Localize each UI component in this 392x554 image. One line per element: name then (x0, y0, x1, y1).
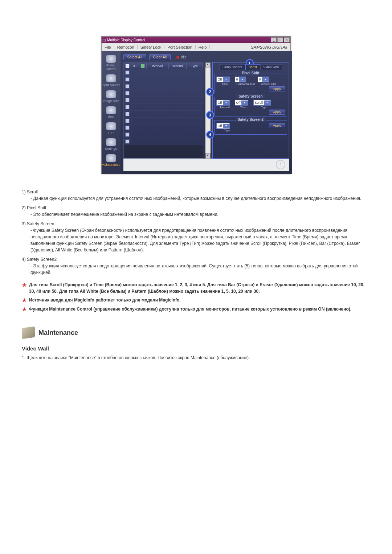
table-row[interactable] (124, 76, 203, 83)
col-second[interactable]: Second (169, 63, 187, 69)
table-row[interactable] (124, 69, 203, 76)
safety2-apply-button[interactable]: Apply (269, 123, 285, 128)
note-3-head: 3) Safety Screen (22, 221, 370, 227)
col-type[interactable]: Type (187, 63, 203, 69)
window-title: Multiple Display Control (107, 38, 145, 42)
scrollbar[interactable]: ▲ ▼ (205, 62, 211, 159)
col-interval[interactable]: Interval (147, 63, 169, 69)
star-2: Источник ввода для MagicInfo работает то… (29, 297, 181, 304)
col-id[interactable]: ID (131, 63, 139, 69)
menu-port-selection[interactable]: Port Selection (164, 45, 195, 49)
menu-bar: File Remocon Safety Lock Port Selection … (102, 43, 290, 51)
sidebar: Power Control Input Source Image Size Ti… (102, 51, 121, 174)
pixel-shift-title: Pixel Shift (240, 71, 261, 75)
safety-time-select[interactable]: Off▾ (235, 100, 249, 106)
sidebar-power-control[interactable]: Power Control (102, 55, 121, 71)
callout-4: 4 (206, 131, 214, 139)
pixel-time-select[interactable]: Off▾ (216, 77, 230, 82)
info-icon[interactable]: ! (276, 160, 285, 169)
right-panel: 1 Lamp Control Scroll Video Wall Pixel S… (213, 62, 289, 159)
note-3-body: - Функция Safety Screen (Экран безопасно… (30, 227, 370, 253)
table-row[interactable] (124, 138, 203, 145)
safety-screen-panel: Safety Screen Off▾Interval Off▾Time Scro… (215, 97, 287, 116)
sidebar-maintenance[interactable]: Maintenance (102, 154, 121, 167)
section-header: Maintenance (22, 327, 370, 338)
power-icon (106, 55, 116, 63)
pixel-shift-panel: Pixel Shift Off▾Time 0▾Horizontal Dot 0▾… (215, 74, 287, 93)
close-button[interactable]: × (284, 37, 290, 42)
menu-help[interactable]: Help (196, 45, 210, 49)
safety-interval-select[interactable]: Off▾ (216, 100, 230, 106)
safety-type-select[interactable]: Scroll▾ (253, 100, 271, 106)
pip-icon (106, 122, 116, 130)
table-row[interactable] (124, 90, 203, 97)
table-row[interactable] (124, 97, 203, 104)
star-1: Для типа Scroll (Прокрутка) и Time (Врем… (29, 282, 370, 295)
notes-list: 1) Scroll - Данная функция используется … (22, 189, 370, 276)
sub-title: Video Wall (22, 345, 370, 352)
star-icon: ★ (22, 282, 27, 295)
note-4-body: - Эта функция используется для предотвра… (30, 263, 370, 276)
image-size-icon (106, 90, 116, 98)
star-3: Функция Maintenance Control (управление … (29, 306, 351, 313)
step-1: 1. Щелкните на значке "Maintenance" в ст… (22, 355, 370, 360)
maximize-button[interactable]: □ (277, 37, 283, 42)
pixel-apply-button[interactable]: Apply (269, 86, 285, 91)
chevron-down-icon: ▾ (239, 77, 246, 82)
col-m[interactable] (139, 63, 147, 69)
safety-apply-button[interactable]: Apply (269, 110, 285, 115)
section-title: Maintenance (38, 329, 78, 337)
select-all-button[interactable]: Select All (123, 54, 146, 60)
scroll-down-icon[interactable]: ▼ (205, 153, 211, 159)
note-1-head: 1) Scroll (22, 189, 370, 195)
chevron-down-icon: ▾ (241, 100, 248, 105)
sidebar-pip[interactable]: PIP (102, 122, 121, 135)
note-1-body: - Данная функция используется для устран… (30, 195, 370, 202)
sidebar-input-source[interactable]: Input Source (102, 74, 121, 87)
app-window: ▢ Multiple Display Control _ □ × File Re… (101, 36, 291, 174)
callout-3: 3 (206, 111, 214, 119)
table-row[interactable] (124, 111, 203, 118)
table-row[interactable] (124, 124, 203, 131)
table-row[interactable] (124, 83, 203, 90)
sidebar-time[interactable]: Time (102, 106, 121, 119)
table-row[interactable] (124, 118, 203, 124)
chevron-down-icon: ▾ (223, 77, 229, 82)
table-row[interactable] (124, 104, 203, 111)
settings-icon (106, 138, 116, 146)
maintenance-section-icon (22, 327, 35, 339)
idle-status: Idle (176, 55, 187, 59)
title-bar: ▢ Multiple Display Control _ □ × (102, 37, 290, 43)
col-check[interactable]: ✓ (124, 63, 131, 69)
table-row[interactable] (124, 131, 203, 138)
note-2-head: 2) Pixel Shift (22, 205, 370, 211)
menu-safety-lock[interactable]: Safety Lock (138, 45, 164, 49)
menu-file[interactable]: File (102, 45, 114, 49)
sidebar-settings[interactable]: Settings (102, 138, 121, 151)
safety-screen-title: Safety Screen (236, 94, 265, 98)
menu-remocon[interactable]: Remocon (114, 45, 138, 49)
safety2-type-select[interactable]: Off▾ (216, 123, 230, 129)
clear-all-button[interactable]: Clear All (149, 54, 171, 60)
tab-lamp-control[interactable]: Lamp Control (219, 64, 245, 70)
footer-bar: ! (123, 159, 289, 171)
tab-scroll[interactable]: Scroll (245, 64, 260, 70)
app-icon: ▢ (102, 38, 106, 42)
input-icon (106, 74, 116, 82)
tab-video-wall[interactable]: Video Wall (260, 64, 282, 70)
pixel-h-select[interactable]: 0▾ (235, 77, 246, 82)
safety-screen2-title: Safety Screen2 (236, 118, 266, 122)
chevron-down-icon: ▾ (223, 124, 229, 128)
idle-dot-icon (176, 56, 179, 59)
callout-2: 2 (206, 88, 214, 96)
safety-screen2-panel: Safety Screen2 Off▾Type Apply 4 (215, 120, 287, 135)
note-4-head: 4) Safety Screen2 (22, 256, 370, 263)
scroll-up-icon[interactable]: ▲ (205, 62, 211, 67)
minimize-button[interactable]: _ (271, 37, 277, 42)
star-icon: ★ (22, 306, 27, 313)
chevron-down-icon: ▾ (262, 77, 269, 82)
pixel-v-select[interactable]: 0▾ (258, 77, 269, 82)
chevron-down-icon: ▾ (264, 100, 270, 105)
brand-label: SAMSUNG DIGITAll (248, 45, 290, 49)
sidebar-image-size[interactable]: Image Size (102, 90, 121, 103)
